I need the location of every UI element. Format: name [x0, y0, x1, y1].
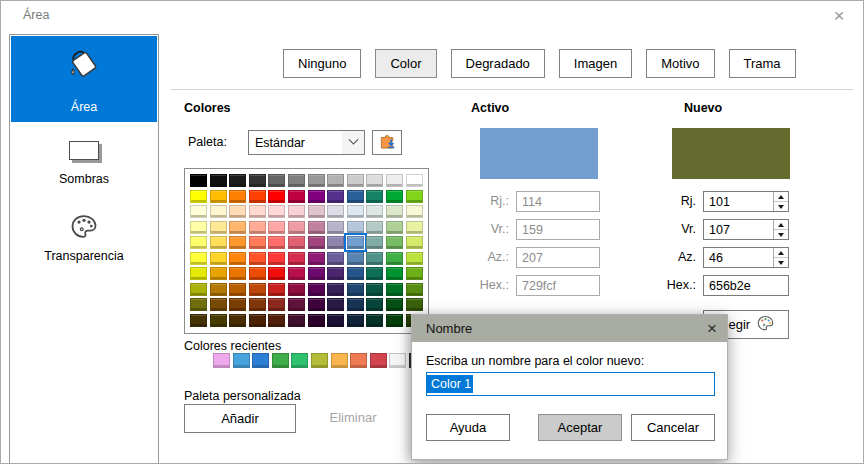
palette-swatch[interactable]: [190, 190, 207, 203]
palette-swatch[interactable]: [308, 283, 325, 296]
palette-swatch[interactable]: [288, 298, 305, 311]
palette-swatch[interactable]: [190, 205, 207, 218]
palette-swatch[interactable]: [249, 252, 266, 265]
palette-swatch[interactable]: [268, 221, 285, 234]
color-name-input[interactable]: Color 1: [426, 372, 715, 396]
palette-swatch[interactable]: [347, 298, 364, 311]
fill-type-color-button[interactable]: Color: [375, 49, 436, 78]
palette-swatch[interactable]: [327, 205, 344, 218]
spin-down-icon[interactable]: [774, 230, 788, 239]
palette-swatch[interactable]: [288, 205, 305, 218]
palette-swatch[interactable]: [229, 174, 246, 187]
palette-swatch[interactable]: [366, 236, 383, 249]
palette-swatch[interactable]: [406, 283, 423, 296]
palette-swatch[interactable]: [268, 190, 285, 203]
palette-swatch[interactable]: [406, 298, 423, 311]
palette-swatch[interactable]: [308, 236, 325, 249]
palette-swatch[interactable]: [406, 221, 423, 234]
palette-swatch[interactable]: [268, 283, 285, 296]
palette-swatch[interactable]: [347, 267, 364, 280]
palette-swatch[interactable]: [190, 236, 207, 249]
fill-type-ninguno-button[interactable]: Ninguno: [283, 49, 361, 78]
fill-type-imagen-button[interactable]: Imagen: [559, 49, 632, 78]
recent-color-swatch[interactable]: [389, 353, 406, 368]
new-hex-field[interactable]: 656b2e: [703, 275, 789, 296]
palette-swatch[interactable]: [288, 314, 305, 327]
palette-swatch[interactable]: [229, 252, 246, 265]
palette-swatch[interactable]: [288, 236, 305, 249]
recent-color-swatch[interactable]: [331, 353, 348, 368]
palette-swatch[interactable]: [190, 298, 207, 311]
palette-swatch[interactable]: [308, 190, 325, 203]
palette-swatch[interactable]: [386, 236, 403, 249]
palette-swatch[interactable]: [347, 190, 364, 203]
name-dialog-close-icon[interactable]: ×: [697, 315, 727, 342]
spin-up-icon[interactable]: [774, 248, 788, 258]
spin-down-icon[interactable]: [774, 258, 788, 267]
palette-swatch[interactable]: [268, 298, 285, 311]
palette-swatch[interactable]: [210, 283, 227, 296]
add-palette-via-extension-button[interactable]: [372, 130, 402, 155]
recent-color-swatch[interactable]: [311, 353, 328, 368]
palette-swatch[interactable]: [288, 190, 305, 203]
new-blue-stepper[interactable]: 46: [703, 247, 789, 268]
palette-swatch[interactable]: [366, 298, 383, 311]
palette-swatch[interactable]: [268, 252, 285, 265]
cancel-button[interactable]: Cancelar: [631, 414, 715, 441]
palette-swatch[interactable]: [366, 205, 383, 218]
sidebar-item-area[interactable]: Área: [11, 36, 157, 122]
palette-swatch[interactable]: [406, 205, 423, 218]
recent-color-swatch[interactable]: [233, 353, 250, 368]
palette-swatch[interactable]: [210, 174, 227, 187]
window-close-icon[interactable]: ×: [827, 3, 851, 29]
palette-swatch[interactable]: [347, 314, 364, 327]
palette-swatch[interactable]: [210, 190, 227, 203]
palette-swatch[interactable]: [268, 267, 285, 280]
spin-up-icon[interactable]: [774, 192, 788, 202]
palette-swatch[interactable]: [210, 314, 227, 327]
palette-swatch[interactable]: [249, 298, 266, 311]
palette-swatch[interactable]: [308, 298, 325, 311]
palette-swatch[interactable]: [366, 190, 383, 203]
palette-swatch[interactable]: [229, 205, 246, 218]
palette-swatch[interactable]: [288, 174, 305, 187]
palette-swatch[interactable]: [249, 283, 266, 296]
palette-swatch[interactable]: [190, 221, 207, 234]
palette-swatch[interactable]: [308, 205, 325, 218]
palette-swatch[interactable]: [190, 174, 207, 187]
palette-swatch[interactable]: [190, 283, 207, 296]
palette-swatch[interactable]: [190, 267, 207, 280]
palette-swatch[interactable]: [327, 298, 344, 311]
palette-swatch[interactable]: [288, 267, 305, 280]
palette-swatch[interactable]: [406, 252, 423, 265]
palette-swatch[interactable]: [386, 252, 403, 265]
palette-swatch[interactable]: [210, 298, 227, 311]
palette-swatch[interactable]: [366, 267, 383, 280]
palette-swatch[interactable]: [210, 205, 227, 218]
palette-swatch[interactable]: [327, 314, 344, 327]
palette-swatch[interactable]: [249, 314, 266, 327]
palette-swatch[interactable]: [386, 221, 403, 234]
palette-swatch[interactable]: [249, 174, 266, 187]
palette-swatch[interactable]: [249, 267, 266, 280]
recent-color-swatch[interactable]: [272, 353, 289, 368]
palette-swatch[interactable]: [229, 298, 246, 311]
palette-swatch[interactable]: [327, 190, 344, 203]
palette-swatch[interactable]: [347, 283, 364, 296]
palette-swatch[interactable]: [268, 205, 285, 218]
palette-swatch[interactable]: [327, 221, 344, 234]
palette-swatch[interactable]: [366, 252, 383, 265]
spin-up-icon[interactable]: [774, 220, 788, 230]
palette-swatch[interactable]: [210, 252, 227, 265]
add-color-button[interactable]: Añadir: [184, 404, 296, 433]
palette-swatch[interactable]: [268, 314, 285, 327]
new-red-stepper[interactable]: 101: [703, 191, 789, 212]
palette-swatch[interactable]: [249, 221, 266, 234]
palette-swatch[interactable]: [210, 236, 227, 249]
palette-swatch[interactable]: [347, 252, 364, 265]
palette-swatch[interactable]: [366, 283, 383, 296]
new-green-stepper[interactable]: 107: [703, 219, 789, 240]
palette-swatch[interactable]: [308, 174, 325, 187]
palette-swatch[interactable]: [249, 190, 266, 203]
palette-swatch[interactable]: [327, 252, 344, 265]
